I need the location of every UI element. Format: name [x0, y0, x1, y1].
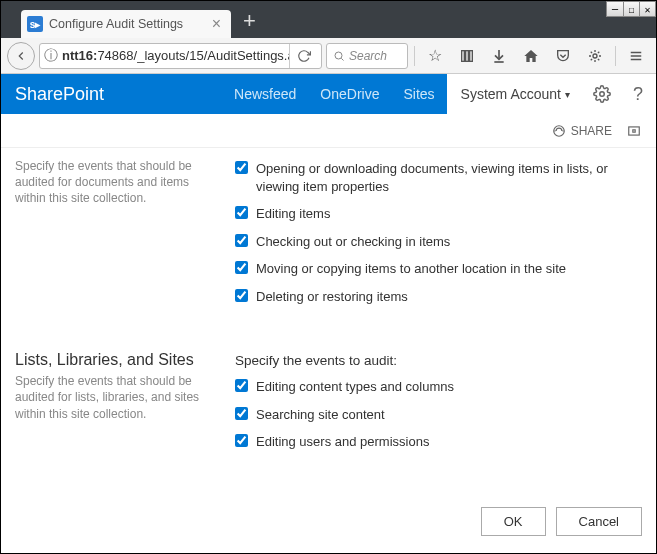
button-row: OK Cancel: [15, 497, 642, 553]
fullscreen-icon: [626, 124, 642, 138]
docs-item-label: Opening or downloading documents, viewin…: [256, 160, 642, 195]
ok-button[interactable]: OK: [481, 507, 546, 536]
section-lists-heading: Specify the events to audit:: [235, 353, 642, 368]
docs-item-checkbox[interactable]: [235, 261, 248, 274]
tab-close-icon[interactable]: ×: [212, 15, 221, 33]
docs-item-row: Editing items: [235, 205, 642, 223]
sharepoint-favicon-icon: s▸: [27, 16, 43, 32]
page-actions-row: SHARE: [1, 114, 656, 148]
svg-point-4: [593, 54, 597, 58]
home-icon[interactable]: [517, 42, 545, 70]
window-close-button[interactable]: ✕: [639, 2, 655, 16]
window-controls: ─ ☐ ✕: [606, 1, 656, 17]
docs-item-checkbox[interactable]: [235, 206, 248, 219]
svg-point-5: [600, 92, 605, 97]
library-icon[interactable]: [453, 42, 481, 70]
docs-item-row: Opening or downloading documents, viewin…: [235, 160, 642, 195]
section-lists-title: Lists, Libraries, and Sites: [15, 351, 215, 369]
svg-rect-2: [466, 50, 469, 61]
focus-button[interactable]: [626, 124, 642, 138]
docs-item-label: Checking out or checking in items: [256, 233, 450, 251]
url-bar[interactable]: ⓘ ntt16:74868/_layouts/15/AuditSettings.…: [39, 43, 322, 69]
docs-item-label: Deleting or restoring items: [256, 288, 408, 306]
lists-item-row: Editing users and permissions: [235, 433, 642, 451]
help-icon[interactable]: ?: [620, 74, 656, 114]
scroll-area[interactable]: Specify the events that should be audite…: [1, 148, 656, 553]
menu-icon[interactable]: [622, 42, 650, 70]
separator: [414, 46, 415, 66]
share-icon: [552, 124, 566, 138]
lists-item-checkbox[interactable]: [235, 407, 248, 420]
search-icon: [333, 50, 345, 62]
downloads-icon[interactable]: [485, 42, 513, 70]
browser-navbar: ⓘ ntt16:74868/_layouts/15/AuditSettings.…: [1, 38, 656, 74]
settings-gear-icon[interactable]: [584, 74, 620, 114]
docs-item-checkbox[interactable]: [235, 289, 248, 302]
browser-tab[interactable]: s▸ Configure Audit Settings ×: [21, 10, 231, 38]
section-lists-desc: Specify the events that should be audite…: [15, 373, 215, 422]
suite-nav: Newsfeed OneDrive Sites System Account ▾…: [222, 74, 656, 114]
url-text: ntt16:74868/_layouts/15/AuditSettings.as…: [62, 48, 289, 63]
docs-item-checkbox[interactable]: [235, 234, 248, 247]
browser-tabstrip: s▸ Configure Audit Settings × +: [1, 1, 656, 38]
section-lists: Lists, Libraries, and Sites Specify the …: [15, 351, 642, 461]
docs-item-label: Moving or copying items to another locat…: [256, 260, 566, 278]
svg-rect-3: [470, 50, 473, 61]
svg-rect-7: [629, 126, 640, 134]
extension-icon[interactable]: [581, 42, 609, 70]
new-tab-button[interactable]: +: [243, 8, 256, 34]
svg-point-0: [335, 52, 342, 59]
svg-rect-1: [462, 50, 465, 61]
docs-item-checkbox[interactable]: [235, 161, 248, 174]
lists-item-label: Editing content types and columns: [256, 378, 454, 396]
window-maximize-button[interactable]: ☐: [623, 2, 639, 16]
sharepoint-suite-bar: SharePoint Newsfeed OneDrive Sites Syste…: [1, 74, 656, 114]
docs-item-label: Editing items: [256, 205, 330, 223]
lists-item-label: Searching site content: [256, 406, 385, 424]
lists-item-checkbox[interactable]: [235, 379, 248, 392]
window-minimize-button[interactable]: ─: [607, 2, 623, 16]
section-documents: Specify the events that should be audite…: [15, 158, 642, 315]
search-box[interactable]: Search: [326, 43, 408, 69]
caret-down-icon: ▾: [565, 89, 570, 100]
lists-item-label: Editing users and permissions: [256, 433, 429, 451]
browser-tab-title: Configure Audit Settings: [49, 17, 206, 31]
lists-item-checkbox[interactable]: [235, 434, 248, 447]
separator: [615, 46, 616, 66]
suite-link-onedrive[interactable]: OneDrive: [308, 74, 391, 114]
suite-link-sites[interactable]: Sites: [391, 74, 446, 114]
reload-button[interactable]: [289, 44, 317, 68]
lists-item-row: Searching site content: [235, 406, 642, 424]
site-info-icon[interactable]: ⓘ: [44, 47, 58, 65]
docs-item-row: Deleting or restoring items: [235, 288, 642, 306]
docs-item-row: Checking out or checking in items: [235, 233, 642, 251]
suite-link-newsfeed[interactable]: Newsfeed: [222, 74, 308, 114]
lists-item-row: Editing content types and columns: [235, 378, 642, 396]
svg-rect-8: [633, 129, 635, 131]
section-documents-desc: Specify the events that should be audite…: [15, 158, 215, 207]
search-placeholder: Search: [349, 49, 387, 63]
share-button[interactable]: SHARE: [552, 124, 612, 138]
account-menu[interactable]: System Account ▾: [447, 74, 584, 114]
pocket-icon[interactable]: [549, 42, 577, 70]
brand-label[interactable]: SharePoint: [1, 84, 118, 105]
docs-item-row: Moving or copying items to another locat…: [235, 260, 642, 278]
back-button[interactable]: [7, 42, 35, 70]
bookmark-star-icon[interactable]: ☆: [421, 42, 449, 70]
content: Specify the events that should be audite…: [1, 148, 656, 553]
cancel-button[interactable]: Cancel: [556, 507, 642, 536]
